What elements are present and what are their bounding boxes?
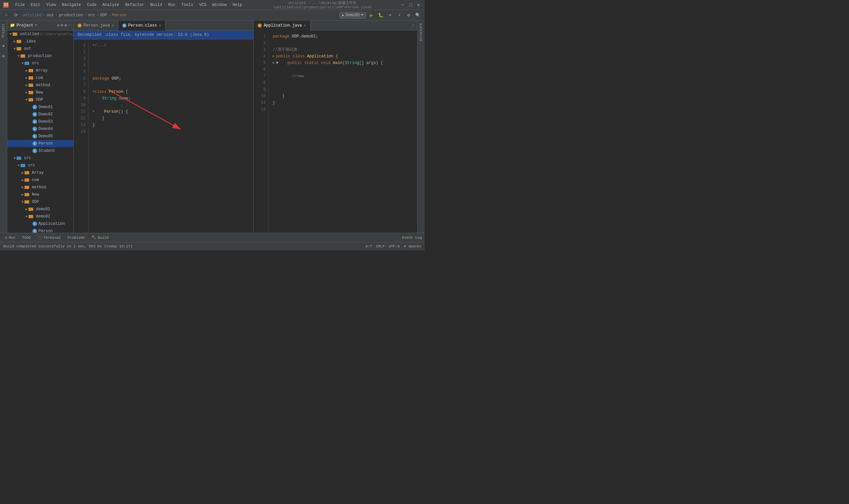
folder-icon	[24, 193, 29, 197]
tree-item-out[interactable]: ▼ out	[7, 45, 73, 52]
chevron-down-icon[interactable]: ▼	[35, 23, 37, 27]
tree-item-com[interactable]: ▶ com	[7, 74, 73, 82]
folder-icon	[17, 47, 21, 51]
bottom-tab-terminal[interactable]: ⬛ Terminal	[35, 235, 64, 240]
tree-item-demo03[interactable]: C Demo03	[7, 118, 73, 125]
menu-vcs[interactable]: VCS	[197, 2, 209, 8]
tree-item-method-src[interactable]: ▶ method	[7, 184, 73, 191]
tree-item-src-inner[interactable]: ▼ src	[7, 162, 73, 169]
tree-item-new[interactable]: ▶ New	[7, 89, 73, 96]
folder-icon	[24, 171, 29, 175]
search-button[interactable]: 🔍	[414, 11, 422, 19]
tree-item-application-src[interactable]: C Application	[7, 220, 73, 228]
tree-item-demo02[interactable]: C Demo02	[7, 111, 73, 118]
tree-item-person-class[interactable]: C Person	[7, 140, 73, 147]
event-log-button[interactable]: Event Log	[402, 236, 422, 240]
tree-item-array-src[interactable]: ▶ Array	[7, 169, 73, 176]
collapse-arrow: ▶	[13, 39, 17, 43]
gear-icon[interactable]: ⚙	[65, 23, 67, 28]
tab-application-java[interactable]: J Application.java ✕	[254, 21, 310, 31]
code-text: (	[343, 60, 345, 66]
tree-item-person-src[interactable]: C Person	[7, 228, 73, 233]
breadcrumb-production[interactable]: production	[59, 13, 83, 18]
source-folder-icon	[21, 164, 25, 167]
tree-item-oop[interactable]: ▼ OOP	[7, 96, 73, 104]
tree-item-oop-src[interactable]: ▼ OOP	[7, 198, 73, 205]
coverage-button[interactable]: ☂	[386, 11, 394, 19]
tree-item-student-class[interactable]: C Student	[7, 147, 73, 155]
favorites-icon[interactable]: ★	[2, 43, 5, 49]
tree-label: Person	[38, 229, 53, 233]
breadcrumb-out[interactable]: out	[47, 13, 54, 18]
menu-refactor[interactable]: Refactor	[122, 2, 147, 8]
menu-file[interactable]: File	[13, 2, 28, 8]
breadcrumb-oop[interactable]: OOP	[100, 13, 107, 18]
left-tab-bar: J Person.java ✕ C Person.class ✕	[74, 21, 253, 31]
tree-item-new-src[interactable]: ▶ New	[7, 191, 73, 198]
tree-item-src-main[interactable]: ▼ src	[7, 155, 73, 162]
tree-item-demo01-src[interactable]: ▶ demo01	[7, 205, 73, 213]
bottom-tab-build[interactable]: 🔨 Build	[89, 235, 111, 240]
locate-button[interactable]: ◎	[57, 23, 59, 28]
code-text: Person	[109, 89, 123, 95]
menu-build[interactable]: Build	[148, 2, 165, 8]
tree-item-untitled[interactable]: ▼ untitled C:\Users\pinkfloyd\...	[7, 31, 73, 38]
encoding[interactable]: UTF-8	[389, 245, 400, 248]
bottom-tab-problems[interactable]: Problems	[65, 235, 88, 240]
sync-button[interactable]: ⟳	[12, 11, 20, 19]
tab-person-class[interactable]: C Person.class ✕	[119, 21, 165, 31]
tab-close-button[interactable]: ✕	[304, 23, 306, 28]
tree-item-demo04[interactable]: C Demo04	[7, 125, 73, 133]
line-ending[interactable]: CRLF	[376, 245, 385, 248]
run-gutter-icon[interactable]: ▶	[273, 53, 275, 60]
maximize-button[interactable]: □	[408, 2, 413, 7]
structure-panel-tab[interactable]: Structure	[418, 22, 423, 42]
settings-button[interactable]: ⚙	[404, 11, 413, 19]
close-button[interactable]: ✕	[416, 2, 421, 7]
tree-item-src-prod[interactable]: ▼ src	[7, 60, 73, 67]
menu-view[interactable]: View	[44, 2, 59, 8]
breadcrumb-src[interactable]: src	[88, 13, 95, 18]
tree-item-array[interactable]: ▶ Array	[7, 67, 73, 74]
run-config-selector[interactable]: ▶ Demo05 ▼	[339, 12, 366, 19]
tree-item-demo05[interactable]: C Demo05	[7, 133, 73, 140]
bottom-tab-todo[interactable]: TODO	[19, 235, 33, 240]
sidebar-project-tab[interactable]: Project	[1, 22, 6, 39]
tab-person-java[interactable]: J Person.java ✕	[74, 21, 119, 31]
run-gutter-icon[interactable]: ▶	[273, 60, 275, 66]
menu-tools[interactable]: Tools	[179, 2, 196, 8]
build-icon: 🔨	[92, 235, 96, 240]
menu-edit[interactable]: Edit	[28, 2, 43, 8]
menu-code[interactable]: Code	[84, 2, 99, 8]
tree-item-demo01[interactable]: C Demo01	[7, 104, 73, 111]
debug-button[interactable]: 🐛	[377, 11, 385, 19]
tree-item-demo02-src[interactable]: ▼ demo02	[7, 213, 73, 220]
cursor-position[interactable]: 8:7	[365, 245, 372, 248]
menu-run[interactable]: Run	[165, 2, 178, 8]
tab-close-button[interactable]: ✕	[112, 23, 114, 28]
tab-close-button[interactable]: ✕	[159, 23, 161, 28]
back-button[interactable]: ←	[3, 11, 11, 19]
structure-tab[interactable]: ≡	[2, 54, 5, 59]
menu-analyze[interactable]: Analyze	[100, 2, 122, 8]
code-text: }	[92, 115, 105, 122]
run-button[interactable]: ▶	[367, 11, 375, 19]
tree-label: com	[32, 178, 39, 182]
tree-item-idea[interactable]: ▶ .idea	[7, 38, 73, 45]
menu-window[interactable]: Window	[210, 2, 229, 8]
collapse-button[interactable]: ⊟	[61, 23, 63, 28]
indent-spaces[interactable]: 4 spaces	[403, 245, 421, 248]
right-code-area[interactable]: package OOP.demo02; //用于测试类 ▶ public cla…	[269, 31, 417, 233]
minimize-button[interactable]: ─	[400, 2, 405, 7]
breadcrumb-untitled[interactable]: untitled	[22, 13, 42, 18]
tree-item-com-src[interactable]: ▶ com	[7, 176, 73, 184]
hide-panel-button[interactable]: −	[68, 23, 71, 28]
bottom-tab-run[interactable]: ▶ Run	[3, 235, 18, 240]
tree-item-method[interactable]: ▶ method	[7, 82, 73, 89]
menu-help[interactable]: Help	[230, 2, 245, 8]
menu-navigate[interactable]: Navigate	[59, 2, 84, 8]
profile-button[interactable]: ⚡	[395, 11, 403, 19]
left-code-area[interactable]: ▼ /.../ package OOP; ▼ class Person {	[89, 39, 253, 233]
breadcrumb-person[interactable]: Person	[112, 13, 126, 18]
tree-item-production[interactable]: ▼ production	[7, 52, 73, 60]
